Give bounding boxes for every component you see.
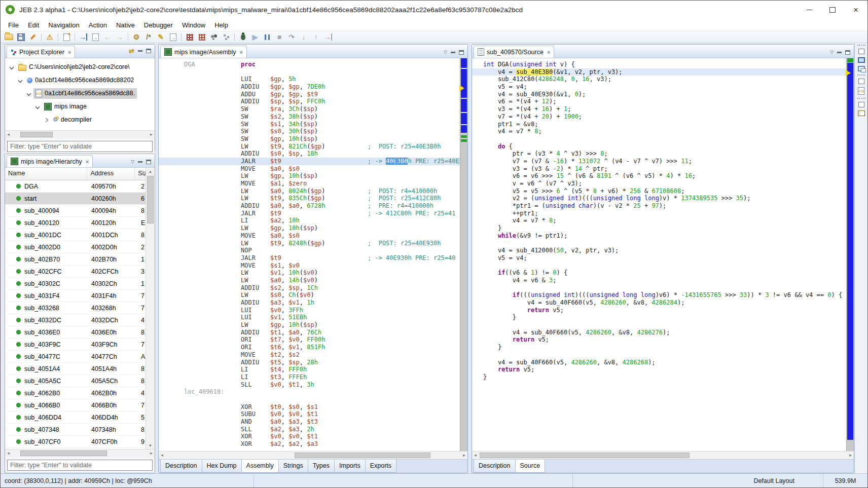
source-line[interactable]: v4 = sub_40E930(&v1, 0); [472, 91, 854, 98]
rename-pencil-icon[interactable]: ✎ [155, 32, 166, 42]
table-row[interactable]: sub_4002D04002D0h2 [5, 241, 155, 253]
asm-line[interactable]: ORI$t6, $v1, 851Fh [159, 344, 467, 351]
asm-line[interactable]: MOVE$a1, $zero [159, 180, 467, 187]
source-line[interactable]: v4 = v7 * 8; [472, 128, 854, 135]
assembly-overview-ruler[interactable] [460, 58, 467, 451]
window-close-button[interactable]: × [844, 1, 867, 19]
scroll-right-icon[interactable]: ▸ [461, 452, 467, 459]
asm-line[interactable]: SW$s2, 38h($sp) [159, 113, 467, 121]
asm-line[interactable]: SLL$v0, $t1, 3h [159, 381, 467, 389]
asm-line[interactable]: XOR$t0, $s0, $s1 [159, 403, 467, 411]
source-line[interactable]: v4 = v6 & 3; [472, 277, 854, 284]
source-line[interactable] [472, 321, 854, 329]
table-row[interactable]: sub_400120400120hE [5, 217, 155, 229]
source-line[interactable]: v5 = v4; [472, 254, 854, 262]
asm-line[interactable]: LW$s0, Ch($v0) [159, 291, 467, 299]
tab-types[interactable]: Types [308, 460, 335, 473]
tree-item-mips-image[interactable]: mips image [5, 100, 155, 113]
asm-line[interactable]: ADDIU$a3, $v1, 1h [159, 299, 467, 307]
source-line[interactable]: while(&v9 != ptr1); [472, 232, 854, 240]
table-row[interactable]: sub_4036E04036E0h8 [5, 326, 155, 339]
asm-line[interactable]: LI$t3, FFFEh [159, 373, 467, 381]
menu-native[interactable]: Native [112, 20, 139, 30]
scroll-down-icon[interactable]: ▾ [146, 442, 155, 449]
asm-line[interactable]: ADDIU$a0, $a0, 6728h; PRE: r4=410000h [159, 202, 467, 210]
console-view-icon[interactable] [858, 57, 865, 63]
table-row[interactable]: sub_402B70402B70h1 [5, 253, 155, 266]
scroll-right-icon[interactable]: ▸ [148, 450, 155, 457]
asm-line[interactable]: ADDIU$t1, $a0, 76Ch [159, 329, 467, 336]
step-out-icon[interactable]: ↑ [310, 32, 321, 42]
source-line[interactable]: ++ptr1; [472, 210, 854, 217]
project-tree-hscrollbar[interactable]: ◂ ▸ [5, 130, 155, 138]
step-over-icon[interactable]: ↷ [286, 32, 297, 42]
navigate-back-icon[interactable]: ← [102, 32, 113, 42]
run-to-return-icon[interactable]: → [322, 32, 334, 42]
asm-line[interactable]: SLL$a2, $a3, 2h [159, 426, 467, 433]
xrefs-edit-grid-icon[interactable] [196, 32, 207, 42]
maximize-panel-icon[interactable] [146, 49, 151, 53]
scroll-up-icon[interactable]: ▴ [146, 168, 155, 175]
source-line[interactable]: } [472, 344, 854, 351]
step-into-icon[interactable]: ↓ [298, 32, 309, 42]
table-row[interactable]: sub_407CF0407CF0h9 [5, 436, 155, 448]
tree-item-0a1cbf14e86c956cea58[interactable]: 0a1cbf14e86c956cea5869dc88202 [5, 73, 155, 87]
source-line[interactable] [472, 135, 854, 143]
project-filter-input[interactable] [7, 141, 153, 152]
source-line[interactable]: if(((unsigned int)(((unsigned long long)… [472, 291, 854, 299]
source-line[interactable]: return v5; [472, 336, 854, 344]
asm-line[interactable]: ADDIU$t5, $sp, 28h [159, 359, 467, 366]
asm-line[interactable]: LUI$v0, 3FFh [159, 307, 467, 314]
tab-project-explorer[interactable]: Project Explorer × [7, 46, 75, 58]
asm-line[interactable]: LW$v1, 10h($v0) [159, 269, 467, 277]
scroll-right-icon[interactable]: ▸ [148, 131, 155, 138]
collapse-caret-icon[interactable] [35, 104, 40, 109]
table-row[interactable]: sub_40477C40477ChA [5, 351, 155, 363]
tab-description[interactable]: Description [160, 460, 202, 473]
tab-imports[interactable]: Imports [334, 460, 366, 473]
asm-line[interactable]: XOR$a2, $a2, $a3 [159, 440, 467, 448]
asm-line[interactable]: ADDU$gp, $gp, $t9 [159, 91, 467, 98]
scroll-left-icon[interactable]: ◂ [159, 452, 165, 459]
terminal-view-icon[interactable] [858, 66, 865, 71]
asm-line[interactable]: ADDIU$gp, $gp, 7DE0h [159, 83, 467, 91]
asm-line[interactable] [159, 68, 467, 76]
asm-line[interactable]: JALR$t9; -> 40E930h PRE: r25=40 [159, 254, 467, 262]
table-row[interactable]: sub_402CFC402CFCh3 [5, 266, 155, 278]
source-line[interactable]: } [472, 224, 854, 232]
table-row[interactable]: sub_4066B04066B0h7 [5, 399, 155, 411]
asm-line[interactable]: ORI$t7, $v0, FF00h [159, 336, 467, 344]
source-line[interactable] [472, 351, 854, 359]
tab-source[interactable]: sub_409570/Source × [474, 46, 554, 58]
menu-debugger[interactable]: Debugger [139, 20, 177, 30]
asm-line[interactable]: loc_409618: [159, 388, 467, 396]
table-row[interactable]: sub_407348407348h8 [5, 424, 155, 436]
assembly-hscrollbar[interactable]: ◂ ▸ [159, 451, 467, 459]
scroll-left-icon[interactable]: ◂ [5, 450, 12, 457]
view-menu-icon[interactable]: ▽ [830, 50, 834, 55]
close-icon[interactable]: × [86, 159, 89, 165]
source-line[interactable]: return v5; [472, 366, 854, 373]
table-row[interactable]: sub_400094400094h8 [5, 205, 155, 217]
source-line[interactable] [472, 284, 854, 292]
tab-hierarchy[interactable]: mips image/Hierarchy × [7, 155, 93, 167]
hierarchy-filter-input[interactable] [7, 460, 153, 471]
tab-assembly[interactable]: Assembly [241, 460, 279, 473]
source-overview-ruler[interactable] [846, 58, 854, 451]
source-line[interactable]: v4 = sub_412000(50, v2, ptr, v3); [472, 247, 854, 254]
window-maximize-button[interactable] [821, 1, 844, 19]
asm-line[interactable]: LW$a0, 14h($v0) [159, 277, 467, 284]
status-layout[interactable]: Default Layout [753, 477, 794, 484]
navigate-forward-icon[interactable]: → [114, 32, 125, 42]
source-line[interactable]: v6 = v6 >>> 15 ^ (v6 & 8191 ^ (v6 ^ v5) … [472, 172, 854, 180]
source-line[interactable]: ptr1 = &v8; [472, 121, 854, 128]
source-line[interactable]: v6 = *(v4 + 12); [472, 98, 854, 105]
debugger-run-icon[interactable]: ▶ [249, 32, 261, 42]
asm-line[interactable]: LUI$gp, 5h [159, 76, 467, 83]
restore-view-icon[interactable] [858, 102, 864, 107]
menu-file[interactable]: File [4, 20, 23, 30]
close-icon[interactable]: × [240, 49, 243, 55]
asm-line[interactable]: NOP [159, 247, 467, 254]
tab-assembly[interactable]: mips image/Assembly × [160, 46, 247, 58]
source-line[interactable]: *ptr1 = (unsigned char)(v - v2 * 25 + 97… [472, 202, 854, 210]
